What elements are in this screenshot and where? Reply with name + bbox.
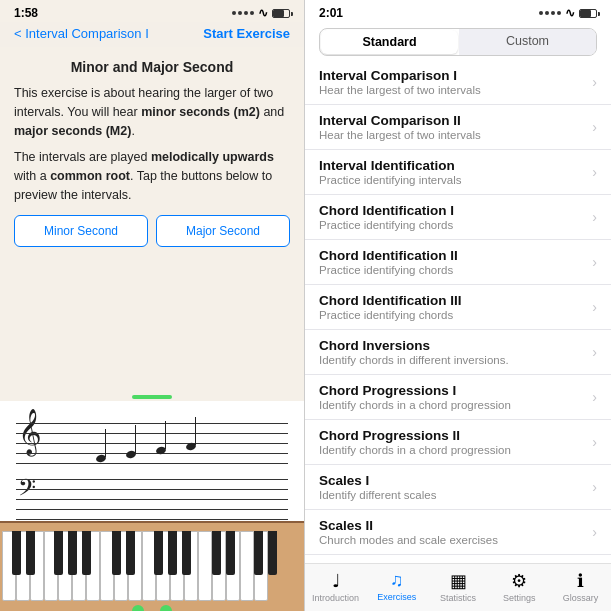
chevron-right-icon: › — [592, 389, 597, 405]
chevron-right-icon: › — [592, 344, 597, 360]
status-icons-left: ∿ — [232, 6, 290, 20]
black-key-gs3[interactable] — [268, 531, 277, 575]
segment-control: Standard Custom — [319, 28, 597, 56]
wifi-icon-right: ∿ — [565, 6, 575, 20]
chevron-right-icon: › — [592, 524, 597, 540]
start-exercise-button[interactable]: Start Exercise — [203, 26, 290, 41]
white-key-c3[interactable] — [198, 531, 212, 601]
black-key-fs2[interactable] — [154, 531, 163, 575]
content-paragraph1: This exercise is about hearing the large… — [14, 84, 290, 140]
black-key-fs3[interactable] — [254, 531, 263, 575]
black-key-fs[interactable] — [54, 531, 63, 575]
black-key-cs2[interactable] — [112, 531, 121, 575]
exercise-title: Scales II — [319, 518, 592, 533]
exercise-item[interactable]: Scales I Identify different scales › — [305, 465, 611, 510]
exercise-item[interactable]: Chord Identification I Practice identify… — [305, 195, 611, 240]
black-key-as[interactable] — [82, 531, 91, 575]
glossary-tab-icon: ℹ — [577, 570, 584, 592]
custom-segment-button[interactable]: Custom — [459, 29, 596, 55]
bass-staff: 𝄢 — [16, 475, 288, 521]
black-key-ds[interactable] — [26, 531, 35, 575]
exercise-item[interactable]: Interval Identification Practice identif… — [305, 150, 611, 195]
battery-icon-right — [579, 9, 597, 18]
exercise-item[interactable]: Chord Identification II Practice identif… — [305, 240, 611, 285]
chevron-right-icon: › — [592, 209, 597, 225]
exercise-item[interactable]: Chord Identification III Practice identi… — [305, 285, 611, 330]
keyboard-area — [0, 521, 304, 611]
exercise-title: Chord Identification I — [319, 203, 592, 218]
chevron-right-icon: › — [592, 119, 597, 135]
exercise-info: Chord Progressions I Identify chords in … — [319, 383, 592, 411]
status-bar-left: 1:58 ∿ — [0, 0, 304, 22]
exercise-info: Scales I Identify different scales — [319, 473, 592, 501]
exercise-subtitle: Practice identifying chords — [319, 309, 592, 321]
exercise-info: Chord Progressions II Identify chords in… — [319, 428, 592, 456]
tab-statistics[interactable]: ▦ Statistics — [427, 568, 488, 605]
exercise-info: Scales II Church modes and scale exercis… — [319, 518, 592, 546]
exercise-subtitle: Hear the largest of two intervals — [319, 84, 592, 96]
black-key-ds2[interactable] — [126, 531, 135, 575]
progress-bar — [132, 395, 172, 399]
exercise-title: Chord Progressions II — [319, 428, 592, 443]
black-key-gs[interactable] — [68, 531, 77, 575]
introduction-tab-label: Introduction — [312, 593, 359, 603]
exercise-title: Chord Progressions I — [319, 383, 592, 398]
exercise-title: Chord Inversions — [319, 338, 592, 353]
sheet-music: 𝄞 𝄢 — [0, 401, 304, 521]
exercise-item[interactable]: Chord Progressions II Identify chords in… — [305, 420, 611, 465]
time-left: 1:58 — [14, 6, 38, 20]
exercise-info: Interval Comparison II Hear the largest … — [319, 113, 592, 141]
standard-segment-button[interactable]: Standard — [321, 30, 458, 54]
major-second-button[interactable]: Major Second — [156, 215, 290, 247]
tab-settings[interactable]: ⚙ Settings — [489, 568, 550, 605]
introduction-tab-icon: ♩ — [332, 570, 340, 592]
minor-second-button[interactable]: Minor Second — [14, 215, 148, 247]
green-dot-2 — [160, 605, 172, 611]
black-key-gs2[interactable] — [168, 531, 177, 575]
exercise-item[interactable]: Note after Chord Identify a note played … — [305, 555, 611, 563]
glossary-tab-label: Glossary — [563, 593, 599, 603]
exercise-subtitle: Identify chords in a chord progression — [319, 399, 592, 411]
black-key-cs[interactable] — [12, 531, 21, 575]
tab-glossary[interactable]: ℹ Glossary — [550, 568, 611, 605]
exercise-subtitle: Practice identifying intervals — [319, 174, 592, 186]
chevron-right-icon: › — [592, 74, 597, 90]
exercise-info: Interval Identification Practice identif… — [319, 158, 592, 186]
exercise-subtitle: Identify different scales — [319, 489, 592, 501]
chevron-right-icon: › — [592, 434, 597, 450]
exercise-item[interactable]: Chord Progressions I Identify chords in … — [305, 375, 611, 420]
status-bar-right: 2:01 ∿ — [305, 0, 611, 22]
exercise-subtitle: Hear the largest of two intervals — [319, 129, 592, 141]
exercise-list: Interval Comparison I Hear the largest o… — [305, 60, 611, 563]
back-button[interactable]: < Interval Comparison I — [14, 26, 149, 41]
exercise-subtitle: Practice identifying chords — [319, 219, 592, 231]
piano-keyboard — [2, 531, 302, 601]
statistics-tab-icon: ▦ — [450, 570, 467, 592]
signal-icon — [232, 11, 254, 15]
exercise-title: Chord Identification III — [319, 293, 592, 308]
exercise-item[interactable]: Scales II Church modes and scale exercis… — [305, 510, 611, 555]
black-key-ds3[interactable] — [226, 531, 235, 575]
exercise-item[interactable]: Interval Comparison II Hear the largest … — [305, 105, 611, 150]
green-dot-1 — [132, 605, 144, 611]
black-key-cs3[interactable] — [212, 531, 221, 575]
interval-buttons: Minor Second Major Second — [14, 215, 290, 247]
exercise-title: Interval Identification — [319, 158, 592, 173]
exercise-item[interactable]: Chord Inversions Identify chords in diff… — [305, 330, 611, 375]
white-key-f3[interactable] — [240, 531, 254, 601]
treble-staff: 𝄞 — [16, 419, 288, 469]
settings-tab-icon: ⚙ — [511, 570, 527, 592]
black-key-as2[interactable] — [182, 531, 191, 575]
chevron-right-icon: › — [592, 479, 597, 495]
tab-introduction[interactable]: ♩ Introduction — [305, 568, 366, 605]
content-paragraph2: The intervals are played melodically upw… — [14, 148, 290, 204]
exercise-info: Chord Identification I Practice identify… — [319, 203, 592, 231]
tab-exercises[interactable]: ♫ Exercises — [366, 568, 427, 605]
exercise-title: Chord Identification II — [319, 248, 592, 263]
exercise-subtitle: Church modes and scale exercises — [319, 534, 592, 546]
exercise-title: Interval Comparison I — [319, 68, 592, 83]
exercise-item[interactable]: Interval Comparison I Hear the largest o… — [305, 60, 611, 105]
right-phone: 2:01 ∿ Standard Custom Inte — [305, 0, 611, 611]
chevron-right-icon: › — [592, 164, 597, 180]
exercise-subtitle: Identify chords in a chord progression — [319, 444, 592, 456]
